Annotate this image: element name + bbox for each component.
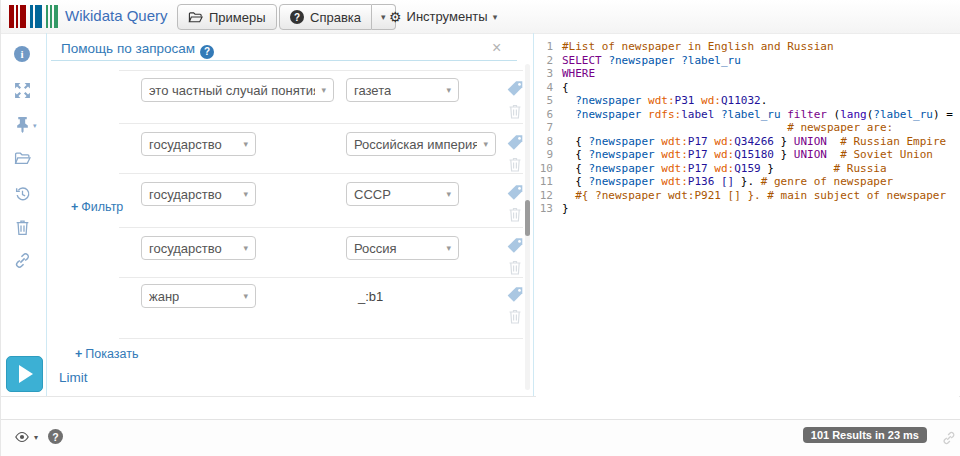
property-select[interactable]: государство▾ bbox=[141, 132, 256, 156]
value-text: Россия bbox=[354, 241, 397, 256]
code-token-plain bbox=[827, 148, 840, 161]
code-token-comment: # Soviet Union bbox=[840, 148, 933, 161]
trash-icon[interactable] bbox=[14, 219, 31, 236]
tag-icon[interactable] bbox=[506, 184, 524, 202]
line-number: 4 bbox=[536, 81, 562, 95]
code-token-atom: Q15180 bbox=[734, 148, 774, 161]
history-icon[interactable] bbox=[14, 185, 31, 202]
logo-bar bbox=[35, 5, 42, 28]
info-icon[interactable]: i bbox=[14, 46, 31, 63]
line-number: 12 bbox=[536, 189, 562, 203]
logo-bar bbox=[50, 5, 52, 28]
code-line: 1#List of newspaper in English and Russi… bbox=[536, 40, 959, 54]
code-line: 6 ?newspaper rdfs:label ?label_ru filter… bbox=[536, 108, 959, 122]
tag-icon[interactable] bbox=[506, 80, 524, 98]
property-value: жанр bbox=[149, 289, 179, 304]
code-token-plain: { bbox=[562, 175, 589, 188]
value-select[interactable]: газета▾ bbox=[346, 78, 459, 102]
results-status-badge: 101 Results in 23 ms bbox=[803, 427, 927, 443]
value-select[interactable]: СССР▾ bbox=[346, 182, 459, 206]
code-token-var: ?label_ru bbox=[873, 108, 933, 121]
links-icon[interactable] bbox=[14, 252, 31, 269]
code-token-atom: [] bbox=[721, 175, 734, 188]
code-text: } bbox=[562, 202, 569, 216]
link-icon[interactable] bbox=[942, 431, 956, 445]
code-text: # newspaper are: bbox=[562, 121, 893, 135]
code-token-comment: # newspaper are: bbox=[787, 121, 893, 134]
value-select[interactable]: Россия▾ bbox=[346, 236, 459, 260]
brand-link[interactable]: Wikidata Query bbox=[65, 7, 168, 24]
code-token-var: ?newspaper bbox=[589, 148, 655, 161]
code-token-plain: { bbox=[562, 162, 589, 175]
pin-icon[interactable] bbox=[14, 116, 31, 133]
caret-down-icon: ▾ bbox=[493, 12, 498, 22]
editor-divider bbox=[533, 33, 534, 396]
line-number: 11 bbox=[536, 175, 562, 189]
line-number: 10 bbox=[536, 162, 562, 176]
code-token-var: ?label_ru bbox=[681, 54, 741, 67]
code-token-atom: Q34266 bbox=[734, 135, 774, 148]
line-number: 2 bbox=[536, 54, 562, 68]
code-line: 13} bbox=[536, 202, 959, 216]
property-select[interactable]: это частный случай понятия▾ bbox=[141, 78, 334, 102]
caret-down-icon: ▾ bbox=[381, 12, 386, 22]
examples-button[interactable]: Примеры bbox=[177, 4, 277, 30]
add-show-link[interactable]: +Показать bbox=[75, 347, 138, 361]
tag-icon[interactable] bbox=[506, 134, 524, 152]
code-line: 4{ bbox=[536, 81, 959, 95]
help-circle-icon[interactable]: ? bbox=[48, 429, 63, 444]
code-line: 12 #{ ?newspaper wdt:P921 [] }. # main s… bbox=[536, 189, 959, 203]
chevron-down-icon: ▾ bbox=[446, 243, 451, 253]
sparql-editor[interactable]: 1#List of newspaper in English and Russi… bbox=[536, 36, 959, 400]
code-token-atom: P17 bbox=[688, 148, 708, 161]
value-text: Российская империя bbox=[354, 137, 477, 152]
tag-icon[interactable] bbox=[506, 237, 524, 255]
add-filter-link[interactable]: +Фильтр bbox=[71, 200, 123, 214]
run-query-button[interactable] bbox=[6, 356, 43, 392]
code-token-prefix: wdt: bbox=[648, 94, 675, 107]
row-separator bbox=[119, 338, 523, 339]
line-number: 9 bbox=[536, 148, 562, 162]
trash-icon[interactable] bbox=[507, 259, 523, 276]
code-token-prefix: wdt: bbox=[661, 175, 688, 188]
property-value: государство bbox=[149, 241, 222, 256]
code-token-plain: { bbox=[562, 81, 569, 94]
blank-node-value: _:b1 bbox=[358, 289, 383, 304]
code-token-keyword: filter bbox=[787, 108, 827, 121]
value-text: СССР bbox=[354, 187, 391, 202]
limit-link[interactable]: Limit bbox=[59, 370, 88, 385]
code-token-atom: P17 bbox=[688, 135, 708, 148]
line-number: 1 bbox=[536, 40, 562, 54]
eye-icon[interactable] bbox=[13, 429, 31, 445]
folder-open-icon[interactable] bbox=[14, 150, 31, 167]
chevron-down-icon: ▾ bbox=[243, 189, 248, 199]
help-button[interactable]: ? Справка bbox=[279, 4, 372, 30]
code-token-plain bbox=[714, 108, 721, 121]
code-token-var: ?newspaper bbox=[575, 94, 641, 107]
gear-icon: ⚙ bbox=[389, 9, 402, 25]
property-select[interactable]: жанр▾ bbox=[141, 284, 256, 308]
value-select[interactable]: Российская империя▾ bbox=[346, 132, 496, 156]
code-token-var: ?newspaper bbox=[608, 54, 674, 67]
chevron-down-icon: ▾ bbox=[243, 139, 248, 149]
close-icon[interactable]: × bbox=[492, 39, 501, 57]
code-token-plain: }. bbox=[734, 175, 761, 188]
property-select[interactable]: государство▾ bbox=[141, 182, 256, 206]
property-select[interactable]: государство▾ bbox=[141, 236, 256, 260]
trash-icon[interactable] bbox=[507, 308, 523, 325]
fullscreen-icon[interactable] bbox=[14, 82, 31, 99]
trash-icon[interactable] bbox=[507, 156, 523, 173]
trash-icon[interactable] bbox=[507, 103, 523, 120]
code-line: 7 # newspaper are: bbox=[536, 121, 959, 135]
code-token-keyword: WHERE bbox=[562, 67, 595, 80]
help-circle-icon[interactable]: ? bbox=[200, 45, 214, 59]
caret-down-icon[interactable]: ▾ bbox=[34, 433, 38, 442]
logo-bar bbox=[9, 5, 14, 28]
tag-icon[interactable] bbox=[506, 286, 524, 304]
code-text: #{ ?newspaper wdt:P921 [] }. # main subj… bbox=[562, 189, 946, 203]
helper-scrollbar-thumb[interactable] bbox=[525, 200, 530, 236]
tools-menu[interactable]: ⚙ Инструменты ▾ bbox=[389, 0, 497, 33]
line-number: 3 bbox=[536, 67, 562, 81]
trash-icon[interactable] bbox=[507, 206, 523, 223]
code-token-prefix: rdfs: bbox=[648, 108, 681, 121]
